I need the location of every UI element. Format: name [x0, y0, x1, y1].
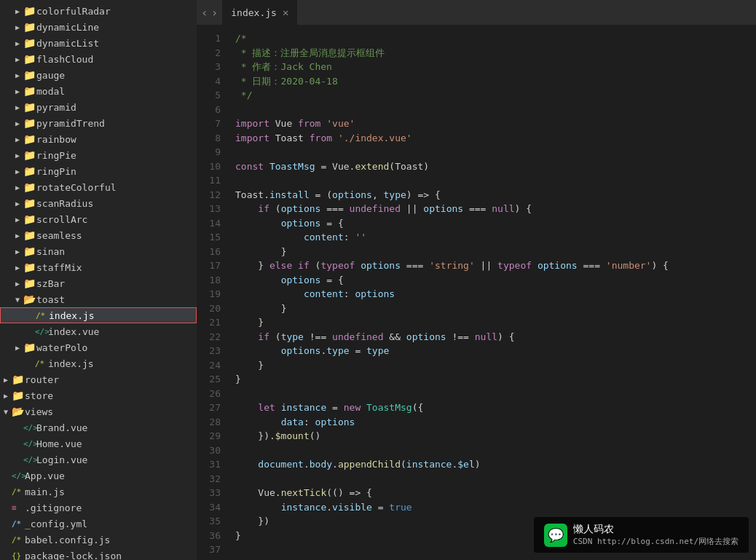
file-js-icon: /*: [12, 535, 25, 545]
sidebar-item-dynamicLine[interactable]: 📁 dynamicLine: [0, 19, 197, 35]
folder-icon: 📂: [12, 406, 25, 417]
arrow-icon: [12, 200, 23, 208]
sidebar-item-modal[interactable]: 📁 modal: [0, 83, 197, 99]
sidebar-item-gauge[interactable]: 📁 gauge: [0, 67, 197, 83]
sidebar-item-flashCloud[interactable]: 📁 flashCloud: [0, 51, 197, 67]
sidebar-label: package-lock.json: [25, 551, 197, 561]
sidebar-item-views[interactable]: 📂 views: [0, 403, 197, 419]
sidebar-item-brand-vue[interactable]: </> Brand.vue: [0, 419, 197, 435]
sidebar-item-seamless[interactable]: 📁 seamless: [0, 227, 197, 243]
sidebar-label: ringPin: [36, 166, 197, 177]
sidebar-label: store: [25, 390, 197, 401]
sidebar-item-login-vue[interactable]: </> Login.vue: [0, 451, 197, 468]
sidebar-label: rainbow: [36, 134, 197, 145]
sidebar-label: sinan: [36, 246, 197, 257]
sidebar-item-waterpolo-indexjs[interactable]: /* index.js: [0, 355, 197, 371]
arrow-icon: [12, 23, 23, 31]
file-vue-icon: </>: [35, 327, 48, 336]
sidebar-item-toast-indexjs[interactable]: /* index.js: [0, 307, 197, 323]
sidebar-item-colorfulRadar[interactable]: 📁 colorfulRadar: [0, 3, 197, 19]
sidebar-item-toast[interactable]: 📂 toast: [0, 291, 197, 307]
sidebar-item-szBar[interactable]: 📁 szBar: [0, 275, 197, 291]
sidebar-item-sinan[interactable]: 📁 sinan: [0, 243, 197, 259]
folder-icon: 📁: [23, 277, 36, 289]
sidebar-label: dynamicList: [36, 38, 197, 49]
sidebar-label: Login.vue: [36, 454, 197, 465]
arrow-icon: [12, 103, 23, 111]
sidebar-item-app-vue[interactable]: </> App.vue: [0, 468, 197, 484]
sidebar-item-dynamicList[interactable]: 📁 dynamicList: [0, 35, 197, 51]
arrow-icon: [0, 408, 12, 416]
file-tree[interactable]: 📁 colorfulRadar 📁 dynamicLine 📁 dynamicL…: [0, 0, 197, 560]
sidebar-item-router[interactable]: 📁 router: [0, 371, 197, 387]
sidebar-item-scanRadius[interactable]: 📁 scanRadius: [0, 195, 197, 211]
sidebar-label: Brand.vue: [36, 422, 197, 433]
folder-icon: 📁: [23, 245, 36, 257]
sidebar-label: views: [25, 406, 197, 417]
sidebar-label: flashCloud: [36, 54, 197, 65]
folder-icon: 📁: [12, 390, 25, 401]
sidebar-item-babel-config[interactable]: /* babel.config.js: [0, 532, 197, 548]
file-js-icon: /*: [35, 359, 48, 368]
sidebar-item-pyramidTrend[interactable]: 📁 pyramidTrend: [0, 115, 197, 131]
arrow-icon: [12, 296, 23, 304]
sidebar-label: modal: [36, 86, 197, 97]
sidebar-label: main.js: [25, 486, 197, 497]
sidebar-item-store[interactable]: 📁 store: [0, 387, 197, 403]
arrow-icon: [12, 7, 23, 15]
arrow-icon: [12, 55, 23, 63]
sidebar-label: index.vue: [48, 326, 197, 337]
folder-icon: 📁: [23, 37, 36, 49]
nav-arrows[interactable]: ‹ ›: [197, 0, 222, 25]
sidebar-item-rotateColorful[interactable]: 📁 rotateColorful: [0, 179, 197, 195]
sidebar-item-mainjs[interactable]: /* main.js: [0, 484, 197, 500]
sidebar-item-scrollArc[interactable]: 📁 scrollArc: [0, 211, 197, 227]
sidebar-label: rotateColorful: [36, 182, 197, 193]
sidebar-item-package-lock[interactable]: {} package-lock.json: [0, 548, 197, 560]
folder-icon: 📁: [23, 213, 36, 225]
folder-icon: 📁: [23, 261, 36, 273]
code-content[interactable]: /* * 描述：注册全局消息提示框组件 * 作者：Jack Chen * 日期：…: [229, 25, 756, 560]
folder-icon: 📁: [23, 21, 36, 33]
folder-icon: 📁: [23, 342, 36, 353]
editor-tab-indexjs[interactable]: index.js ✕: [222, 0, 298, 25]
folder-icon: 📂: [23, 293, 36, 305]
folder-icon: 📁: [23, 229, 36, 241]
tab-bar: ‹ › index.js ✕: [197, 0, 756, 25]
folder-icon: 📁: [23, 149, 36, 161]
forward-arrow-icon[interactable]: ›: [211, 6, 218, 20]
sidebar-item-toast-indexvue[interactable]: </> index.vue: [0, 323, 197, 339]
arrow-icon: [0, 392, 12, 400]
watermark-text: 懒人码农 CSDN http://blog.csdn.net/网络去搜索: [573, 523, 739, 547]
folder-icon: 📁: [23, 101, 36, 113]
arrow-icon: [12, 264, 23, 272]
arrow-icon: [12, 151, 23, 159]
tab-close-button[interactable]: ✕: [283, 7, 288, 18]
arrow-icon: [12, 184, 23, 192]
watermark-url: CSDN http://blog.csdn.net/网络去搜索: [573, 536, 739, 547]
sidebar-item-rainbow[interactable]: 📁 rainbow: [0, 131, 197, 147]
arrow-icon: [12, 39, 23, 47]
sidebar-item-config-yml[interactable]: /* _config.yml: [0, 516, 197, 532]
code-editor: ‹ › index.js ✕ 12345 678910 1112131415 1…: [197, 0, 756, 560]
sidebar-item-gitignore[interactable]: ≡ .gitignore: [0, 500, 197, 516]
tab-label: index.js: [231, 7, 277, 18]
sidebar-item-ringPin[interactable]: 📁 ringPin: [0, 163, 197, 179]
code-area: 12345 678910 1112131415 1617181920 21222…: [197, 25, 756, 560]
sidebar-item-waterPolo[interactable]: 📁 waterPolo: [0, 339, 197, 355]
folder-icon: 📁: [23, 53, 36, 65]
arrow-icon: [12, 135, 23, 143]
sidebar-item-home-vue[interactable]: </> Home.vue: [0, 435, 197, 451]
arrow-icon: [12, 248, 23, 256]
sidebar-label: _config.yml: [25, 518, 197, 529]
sidebar-item-pyramid[interactable]: 📁 pyramid: [0, 99, 197, 115]
sidebar-item-ringPie[interactable]: 📁 ringPie: [0, 147, 197, 163]
line-numbers: 12345 678910 1112131415 1617181920 21222…: [197, 25, 229, 560]
file-json-icon: {}: [12, 551, 25, 561]
sidebar-label: szBar: [36, 278, 197, 289]
sidebar-item-staffMix[interactable]: 📁 staffMix: [0, 259, 197, 275]
sidebar-label: .gitignore: [25, 502, 197, 513]
file-vue-icon: </>: [12, 471, 25, 481]
back-arrow-icon[interactable]: ‹: [201, 6, 208, 20]
file-git-icon: ≡: [12, 503, 25, 513]
